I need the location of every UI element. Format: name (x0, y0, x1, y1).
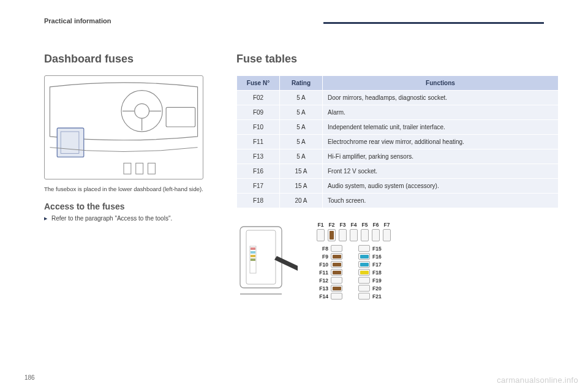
cell-function: Independent telematic unit, trailer inte… (323, 120, 559, 135)
fuse-slot-icon (358, 261, 370, 268)
fuse-slot-icon (331, 245, 342, 252)
table-row: F025 ADoor mirrors, headlamps, diagnosti… (237, 91, 559, 105)
fuse-slot-left: F13 (316, 285, 342, 292)
cell-rating: 5 A (280, 135, 323, 149)
fuse-slot-icon (331, 293, 342, 300)
dashboard-illustration (44, 75, 203, 179)
fusebox-location-caption: The fusebox is placed in the lower dashb… (44, 186, 209, 193)
fuse-slot-top: F4 (349, 222, 358, 241)
col-rating: Rating (280, 76, 323, 91)
cell-fuse-no: F02 (237, 91, 280, 105)
fuse-slot-right: F16 (358, 253, 385, 260)
fuse-label: F6 (371, 222, 380, 228)
cell-function: Electrochrome rear view mirror, addition… (323, 135, 559, 149)
fuse-label: F16 (372, 254, 385, 260)
fuse-label: F11 (316, 270, 328, 276)
fuse-slot-right: F21 (358, 293, 385, 300)
fuse-slot-icon (358, 269, 370, 276)
cell-rating: 15 A (280, 164, 323, 179)
fuse-slot-left: F12 (316, 277, 342, 284)
cell-fuse-no: F13 (237, 149, 280, 164)
cell-rating: 20 A (280, 194, 323, 208)
fuse-slot-icon (339, 229, 347, 241)
fuse-label: F1 (316, 222, 325, 228)
fuse-slot-right: F15 (358, 245, 385, 252)
dashboard-fuses-title: Dashboard fuses (44, 53, 209, 66)
fuse-slot-icon (358, 245, 370, 252)
cell-function: Audio system, audio system (accessory). (323, 179, 559, 194)
header-rule (323, 22, 544, 24)
fuse-label: F13 (316, 285, 328, 292)
cell-fuse-no: F09 (237, 105, 280, 120)
fuse-slot-icon (331, 269, 342, 276)
fuse-label: F21 (372, 293, 385, 300)
fuse-label: F14 (316, 293, 328, 300)
table-row: F115 AElectrochrome rear view mirror, ad… (237, 135, 559, 149)
svg-rect-16 (251, 251, 255, 254)
cell-function: Front 12 V socket. (323, 164, 559, 179)
fuse-slot-icon (358, 293, 370, 300)
cell-rating: 5 A (280, 149, 323, 164)
fuse-label: F18 (372, 270, 385, 276)
cell-function: Alarm. (323, 105, 559, 120)
fuse-label: F12 (316, 277, 328, 284)
cell-fuse-no: F17 (237, 179, 280, 194)
fuse-slot-left: F10 (316, 261, 342, 268)
fusebox-exterior-illustration (236, 222, 298, 301)
fuse-slot-icon (383, 229, 391, 241)
cell-function: Touch screen. (323, 194, 559, 208)
fuse-slot-icon (317, 229, 325, 241)
fuse-slot-icon (358, 253, 370, 260)
fuse-slot-icon (331, 277, 342, 284)
cell-rating: 15 A (280, 179, 323, 194)
fuse-layout-diagram: F1F2F3F4F5F6F7 F8F9F10F11F12F13F14 F15F1… (316, 222, 391, 300)
fuse-label: F8 (316, 246, 328, 252)
fuse-slot-right: F20 (358, 285, 385, 292)
cell-fuse-no: F10 (237, 120, 280, 135)
fuse-label: F20 (372, 285, 385, 292)
cell-function: Door mirrors, headlamps, diagnostic sock… (323, 91, 559, 105)
fuse-label: F15 (372, 246, 385, 252)
svg-rect-15 (251, 247, 255, 250)
fuse-tables-title: Fuse tables (236, 53, 559, 66)
fuse-slot-top: F3 (338, 222, 347, 241)
access-bullet: Refer to the paragraph "Access to the to… (51, 215, 209, 222)
fuse-slot-icon (328, 229, 336, 241)
fuse-slot-icon (331, 253, 342, 260)
fuse-label: F7 (382, 222, 391, 228)
fuse-slot-icon (350, 229, 358, 241)
fuse-label: F9 (316, 254, 328, 260)
table-row: F095 AAlarm. (237, 105, 559, 120)
table-row: F1615 AFront 12 V socket. (237, 164, 559, 179)
table-row: F1820 ATouch screen. (237, 194, 559, 208)
fuse-slot-icon (372, 229, 380, 241)
fuse-label: F19 (372, 277, 385, 284)
fuse-label: F4 (349, 222, 358, 228)
section-heading: Practical information (44, 17, 111, 24)
fuse-slot-icon (358, 277, 370, 284)
fuse-slot-icon (331, 285, 342, 292)
cell-fuse-no: F18 (237, 194, 280, 208)
svg-rect-17 (251, 255, 255, 257)
svg-rect-18 (251, 258, 255, 261)
access-fuses-subtitle: Access to the fuses (44, 202, 209, 211)
cell-function: Hi-Fi amplifier, parking sensors. (323, 149, 559, 164)
watermark: carmanualsonline.info (497, 375, 578, 385)
fuse-slot-left: F14 (316, 293, 342, 300)
fuse-slot-icon (361, 229, 369, 241)
fuse-slot-top: F7 (382, 222, 391, 241)
page-number: 186 (24, 374, 35, 381)
fuse-slot-right: F18 (358, 269, 385, 276)
fuse-slot-right: F19 (358, 277, 385, 284)
fuse-label: F3 (338, 222, 347, 228)
col-functions: Functions (323, 76, 559, 91)
fuse-label: F2 (327, 222, 336, 228)
cell-fuse-no: F11 (237, 135, 280, 149)
fuse-slot-left: F9 (316, 253, 342, 260)
fuse-table: Fuse N° Rating Functions F025 ADoor mirr… (236, 75, 559, 208)
cell-rating: 5 A (280, 91, 323, 105)
fuse-slot-top: F6 (371, 222, 380, 241)
fuse-slot-top: F2 (327, 222, 336, 241)
table-row: F1715 AAudio system, audio system (acces… (237, 179, 559, 194)
fuse-slot-left: F8 (316, 245, 342, 252)
